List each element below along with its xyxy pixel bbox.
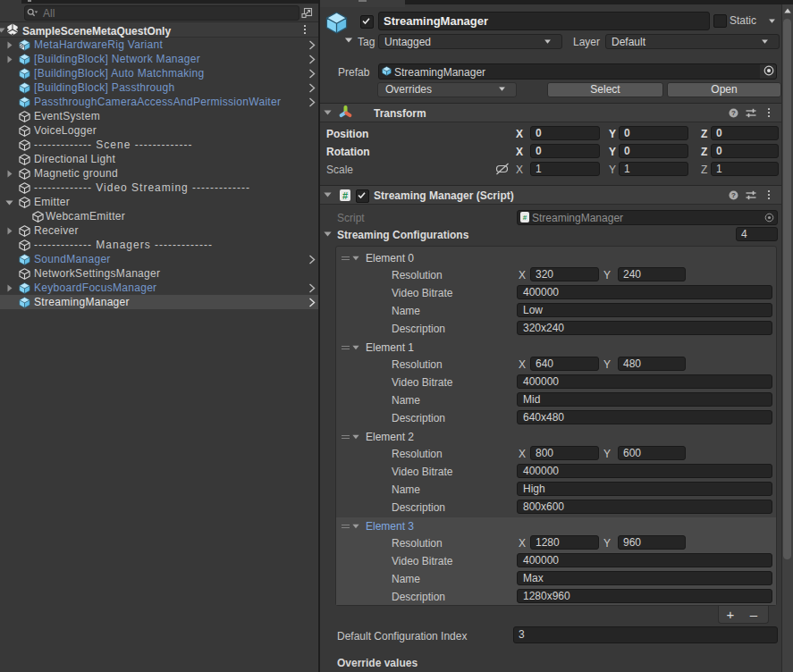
svg-text:?: ? bbox=[731, 109, 736, 117]
svg-text:?: ? bbox=[731, 191, 736, 199]
